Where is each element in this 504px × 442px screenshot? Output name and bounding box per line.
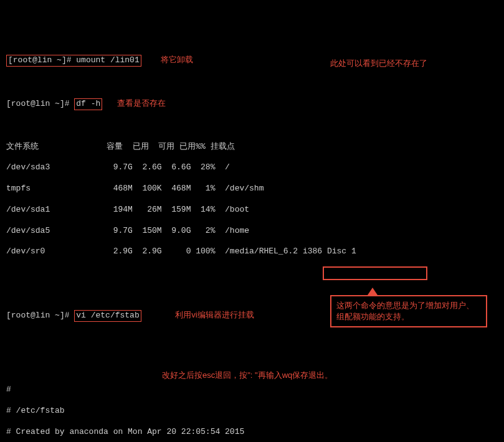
fstab-comment: # Created by anaconda on Mon Apr 20 22:0…	[6, 427, 498, 438]
annotation-not-exist: 此处可以看到已经不存在了	[330, 59, 427, 69]
highlight-quota-options	[323, 266, 427, 280]
df-row: /dev/sda1 194M 26M 159M 14% /boot	[6, 205, 498, 215]
annotation-check: 查看是否存在	[117, 98, 166, 108]
df-row: /dev/sda3 9.7G 2.6G 6.6G 28% /	[6, 162, 498, 173]
annotation-vi: 利用vi编辑器进行挂载	[175, 310, 254, 319]
annotation-save-exit: 改好之后按esc退回，按": "再输入wq保存退出。	[162, 370, 333, 381]
annotation-unmount: 将它卸载	[161, 55, 193, 64]
terminal-line: [root@lin ~]# df -h 查看是否存在	[6, 98, 498, 110]
blank-line	[6, 343, 498, 354]
df-header: 文件系统 容量 已用 可用 已用%% 挂载点	[6, 142, 498, 153]
cmd-box-vi: vi /etc/fstab	[74, 310, 141, 322]
callout-arrow-icon	[368, 288, 378, 295]
cmd-box-df: df -h	[74, 98, 102, 110]
fstab-comment: #	[6, 385, 498, 395]
fstab-comment: # /etc/fstab	[6, 406, 498, 416]
df-row: /dev/sr0 2.9G 2.9G 0 100% /media/RHEL_6.…	[6, 247, 498, 257]
df-row: /dev/sda5 9.7G 150M 9.0G 2% /home	[6, 226, 498, 237]
df-row: tmpfs 468M 100K 468M 1% /dev/shm	[6, 184, 498, 194]
callout-quota: 这两个命令的意思是为了增加对用户、组配额功能的支持。	[330, 295, 487, 327]
prompt-box-1: [root@lin ~]# umount /lin01	[6, 55, 141, 67]
